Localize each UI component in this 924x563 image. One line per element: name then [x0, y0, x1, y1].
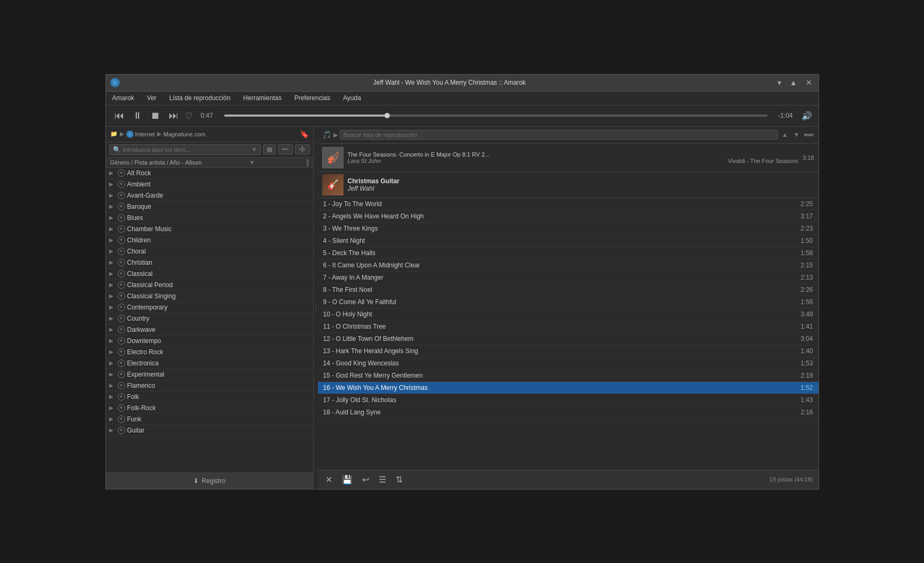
- menu-amarok[interactable]: Amarok: [110, 93, 136, 103]
- track-row[interactable]: 6 - It Came Upon A Midnight Clear 2:15: [318, 259, 819, 272]
- queue-button[interactable]: ☰: [377, 474, 388, 486]
- progress-handle[interactable]: [385, 113, 390, 118]
- track-row[interactable]: 13 - Hark The Herald Angels Sing 1:40: [318, 345, 819, 357]
- track-duration: 2:15: [800, 262, 813, 269]
- genre-item[interactable]: ▶ Chamber Music: [106, 224, 313, 235]
- track-row[interactable]: 7 - Away In A Manger 2:13: [318, 272, 819, 284]
- menu-playlist[interactable]: Lista de reproducción: [167, 93, 233, 103]
- track-row[interactable]: 9 - O Come All Ye Faithful 1:56: [318, 296, 819, 308]
- genre-item[interactable]: ▶ Choral: [106, 246, 313, 257]
- genre-item[interactable]: ▶ Ambient: [106, 179, 313, 190]
- genre-item[interactable]: ▶ Baroque: [106, 201, 313, 213]
- minimize-button[interactable]: ▾: [775, 77, 783, 88]
- clear-button[interactable]: ✕: [323, 474, 334, 486]
- album-thumb: 🎸: [322, 174, 344, 195]
- group-dropdown-icon[interactable]: ▼: [249, 159, 255, 166]
- remove-filter-button[interactable]: ➖: [278, 144, 293, 154]
- genre-heart-icon: [118, 192, 125, 199]
- genre-item[interactable]: ▶ Contemporary: [106, 302, 313, 313]
- track-row[interactable]: 12 - O Little Town Of Bethlehem 3:04: [318, 333, 819, 345]
- genre-item[interactable]: ▶ Avant-Garde: [106, 190, 313, 201]
- genre-name: Alt Rock: [127, 169, 151, 177]
- genre-item[interactable]: ▶ Classical Singing: [106, 291, 313, 302]
- favorite-button[interactable]: ♡: [185, 111, 192, 121]
- genre-item[interactable]: ▶ Electro Rock: [106, 347, 313, 358]
- track-row[interactable]: 16 - We Wish You A Merry Christmas 1:52: [318, 382, 819, 394]
- search-dropdown-icon[interactable]: ▼: [252, 146, 257, 152]
- breadcrumb-sep-2: ▶: [157, 130, 161, 137]
- genre-item[interactable]: ▶ Alt Rock: [106, 168, 313, 179]
- track-duration: 2:16: [800, 409, 813, 416]
- genre-item[interactable]: ▶ Funk: [106, 414, 313, 425]
- prev-track-item[interactable]: 🎻 The Four Seasons- Concerto in E Major …: [318, 144, 819, 172]
- undo-button[interactable]: ↩: [360, 474, 371, 486]
- track-row[interactable]: 11 - O Christmas Tree 1:41: [318, 321, 819, 333]
- track-row[interactable]: 18 - Auld Lang Syne 2:16: [318, 406, 819, 419]
- prev-track-title: The Four Seasons- Concerto in E Major Op…: [348, 151, 799, 158]
- prev-button[interactable]: ⏮: [112, 109, 126, 123]
- genre-item[interactable]: ▶ Guitar: [106, 425, 313, 436]
- search-input-wrapper: 🔍 ▼: [109, 144, 261, 155]
- breadcrumb-internet[interactable]: Internet: [126, 130, 155, 138]
- track-duration: 1:53: [800, 360, 813, 367]
- genre-item[interactable]: ▶ Flamenco: [106, 380, 313, 391]
- track-duration: 1:56: [800, 298, 813, 306]
- save-button[interactable]: 💾: [340, 474, 355, 486]
- remove-playlist-button[interactable]: ➖: [804, 130, 814, 140]
- bookmark-icon[interactable]: 🔖: [300, 130, 309, 138]
- next-button[interactable]: ⏭: [167, 109, 181, 123]
- add-filter-button[interactable]: ➕: [295, 144, 310, 154]
- genre-expand-arrow: ▶: [109, 203, 116, 209]
- maximize-button[interactable]: ▲: [788, 77, 799, 88]
- track-row[interactable]: 14 - Good King Wenceslas 1:53: [318, 357, 819, 370]
- genre-item[interactable]: ▶ Blues: [106, 213, 313, 224]
- close-button[interactable]: ✕: [804, 77, 814, 88]
- track-row[interactable]: 1 - Joy To The World 2:25: [318, 198, 819, 210]
- breadcrumb-site[interactable]: Magnatune.com: [163, 131, 206, 137]
- menu-tools[interactable]: Herramientas: [241, 93, 284, 103]
- genre-item[interactable]: ▶ Folk-Rock: [106, 403, 313, 414]
- menu-preferences[interactable]: Preferencias: [292, 93, 332, 103]
- register-button[interactable]: ⬇ Registro: [106, 472, 313, 489]
- track-num-name: 6 - It Came Upon A Midnight Clear: [323, 262, 801, 269]
- track-row[interactable]: 10 - O Holy Night 3:49: [318, 308, 819, 321]
- track-row[interactable]: 17 - Jolly Old St. Nicholas 1:43: [318, 394, 819, 406]
- genre-item[interactable]: ▶ Darkwave: [106, 324, 313, 336]
- track-row[interactable]: 15 - God Rest Ye Merry Gentlemen 2:19: [318, 370, 819, 382]
- genre-item[interactable]: ▶ Classical Period: [106, 280, 313, 291]
- genre-item[interactable]: ▶ Classical: [106, 268, 313, 280]
- menu-ver[interactable]: Ver: [145, 93, 159, 103]
- genre-item[interactable]: ▶ Downtempo: [106, 336, 313, 347]
- playlist-search-input[interactable]: [344, 132, 774, 138]
- search-input[interactable]: [123, 146, 250, 153]
- play-pause-button[interactable]: ⏸: [130, 109, 144, 123]
- genre-item[interactable]: ▶ Experimental: [106, 369, 313, 380]
- volume-icon[interactable]: 🔊: [802, 111, 812, 121]
- track-num-name: 10 - O Holy Night: [323, 311, 801, 318]
- menu-help[interactable]: Ayuda: [341, 93, 363, 103]
- panel-divider[interactable]: [314, 127, 318, 489]
- genre-list[interactable]: ▶ Alt Rock ▶ Ambient ▶ Avant-Garde ▶ Bar…: [106, 168, 313, 472]
- filter-button[interactable]: ▤: [263, 144, 276, 154]
- album-name: Christmas Guitar: [348, 177, 814, 185]
- track-row[interactable]: 5 - Deck The Halls 1:58: [318, 247, 819, 259]
- progress-bar[interactable]: [224, 115, 767, 117]
- genre-item[interactable]: ▶ Children: [106, 235, 313, 246]
- window-title: Jeff Wahl - We Wish You A Merry Christma…: [124, 79, 775, 86]
- genre-item[interactable]: ▶ Folk: [106, 391, 313, 403]
- track-row[interactable]: 2 - Angels We Have Heard On High 3:17: [318, 210, 819, 223]
- genre-name: Classical Singing: [127, 292, 176, 300]
- scroll-up-button[interactable]: ▲: [780, 130, 790, 140]
- track-row[interactable]: 8 - The First Noel 2:26: [318, 284, 819, 296]
- genre-expand-arrow: ▶: [109, 327, 116, 332]
- genre-item[interactable]: ▶ Electronica: [106, 358, 313, 369]
- track-row[interactable]: 3 - We Three Kings 2:23: [318, 223, 819, 235]
- stop-button[interactable]: ⏹: [149, 109, 162, 123]
- window-controls: ▾ ▲ ✕: [775, 77, 814, 88]
- scroll-down-button[interactable]: ▼: [792, 130, 802, 140]
- folder-icon[interactable]: 📁: [110, 130, 118, 137]
- track-row[interactable]: 4 - Silent Night 1:50: [318, 235, 819, 247]
- sort-button[interactable]: ⇅: [394, 474, 405, 486]
- genre-item[interactable]: ▶ Christian: [106, 257, 313, 268]
- genre-item[interactable]: ▶ Country: [106, 313, 313, 324]
